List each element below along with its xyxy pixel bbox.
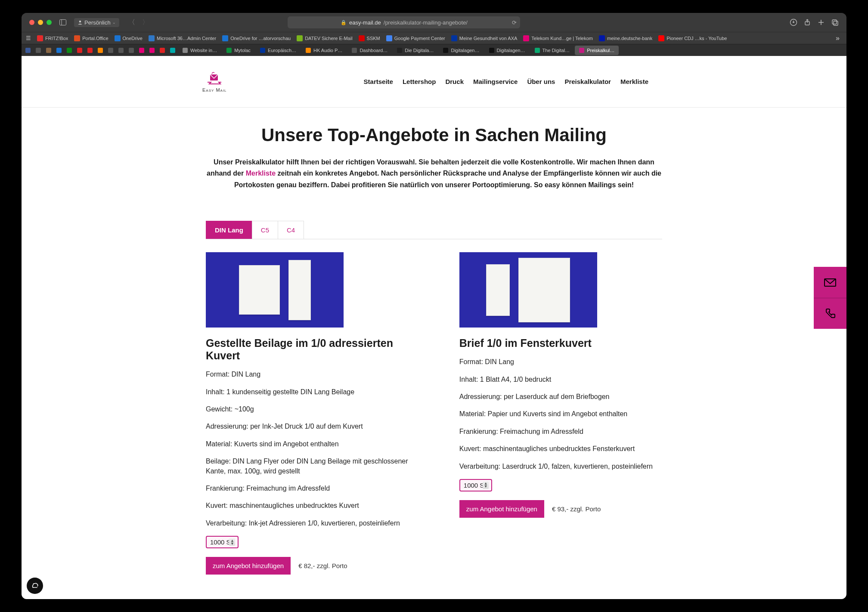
favorite-item[interactable]: Telekom Kund…ge | Telekom: [523, 35, 593, 41]
tabs-overview-icon[interactable]: [831, 19, 839, 26]
nav-link[interactable]: Merkliste: [620, 78, 648, 85]
favorite-item[interactable]: FRITZ!Box: [37, 35, 68, 41]
browser-tab[interactable]: Preiskalkul…: [575, 46, 619, 55]
quantity-select[interactable]: 1000 St.▲▼: [206, 536, 239, 548]
pinned-tab[interactable]: [137, 46, 146, 55]
browser-tab[interactable]: HK Audio P…: [301, 46, 347, 55]
pinned-tab[interactable]: [44, 46, 53, 55]
favorite-item[interactable]: OneDrive: [115, 35, 143, 41]
reload-icon[interactable]: ⟳: [512, 19, 517, 26]
intro-part: Unser: [214, 158, 235, 166]
product-spec: Format: DIN Lang: [206, 370, 425, 379]
titlebar: Persönlich ⌄ 〈 〉 🔒 easy-mail.de/preiskal…: [22, 13, 846, 32]
favorite-label: Meine Gesundheit von AXA: [459, 36, 518, 41]
nav-link[interactable]: Über uns: [527, 78, 555, 85]
browser-tab[interactable]: Die Digitala…: [393, 46, 438, 55]
favorite-item[interactable]: Pioneer CDJ …ks - YouTube: [658, 35, 727, 41]
tab-label: Mytolac: [234, 48, 251, 53]
product-price: € 93,- zzgl. Porto: [552, 505, 601, 513]
favorite-item[interactable]: meine.deutsche-bank: [599, 35, 652, 41]
page-headline: Unsere Top-Angebote in Sachen Mailing: [22, 125, 846, 145]
pinned-tab[interactable]: [54, 46, 64, 55]
browser-tab[interactable]: Website in…: [178, 46, 221, 55]
svg-rect-5: [832, 20, 837, 24]
favorites-menu-icon[interactable]: ☰: [26, 35, 31, 41]
pinned-tab[interactable]: [34, 46, 43, 55]
favorite-label: SSKM: [367, 36, 380, 41]
favorite-item[interactable]: SSKM: [359, 35, 380, 41]
pinned-tab[interactable]: [106, 46, 115, 55]
product-spec: Verarbeitung: Laserdruck 1/0, falzen, ku…: [459, 462, 679, 471]
contact-email-button[interactable]: [814, 267, 846, 298]
pinned-tab[interactable]: [85, 46, 95, 55]
nav-link[interactable]: Druck: [445, 78, 464, 85]
maximize-window[interactable]: [46, 20, 52, 25]
intro-text: Unser Preiskalkulator hilft Ihnen bei de…: [206, 157, 662, 191]
sidebar-toggle-icon[interactable]: [56, 18, 70, 27]
close-window[interactable]: [29, 20, 34, 25]
browser-tab[interactable]: Digitalagen…: [485, 46, 530, 55]
favorite-item[interactable]: OneDrive for …atorvorschau: [222, 35, 291, 41]
format-tab[interactable]: DIN Lang: [206, 221, 252, 239]
format-tabs: DIN LangC5C4: [206, 221, 662, 239]
favorite-label: Google Payment Center: [394, 36, 445, 41]
add-to-offer-button[interactable]: zum Angebot hinzufügen: [206, 557, 291, 575]
url-bar[interactable]: 🔒 easy-mail.de/preiskalkulator-mailing-a…: [288, 16, 520, 28]
tab-label: The Digital…: [542, 48, 570, 53]
pinned-tab[interactable]: [96, 46, 105, 55]
pinned-tab[interactable]: [116, 46, 126, 55]
product-spec: Gewicht: ~100g: [206, 405, 425, 414]
tab-label: Digitalagen…: [451, 48, 479, 53]
profile-button[interactable]: Persönlich ⌄: [74, 18, 119, 27]
browser-tab[interactable]: Europäisch…: [256, 46, 301, 55]
product-spec: Inhalt: 1 kundenseitig gestellte DIN Lan…: [206, 387, 425, 397]
browser-tab[interactable]: Digitalagen…: [439, 46, 484, 55]
stepper-icon: ▲▼: [484, 482, 488, 488]
pinned-tab[interactable]: [168, 46, 177, 55]
nav-link[interactable]: Preiskalkulator: [564, 78, 611, 85]
tab-label: Dashboard…: [360, 48, 388, 53]
browser-tab[interactable]: Dashboard…: [347, 46, 392, 55]
pinned-tab[interactable]: [23, 46, 33, 55]
favorite-item[interactable]: Portal.Office: [74, 35, 108, 41]
merkliste-link[interactable]: Merkliste: [246, 170, 276, 177]
pinned-tab[interactable]: [65, 46, 74, 55]
browser-tab[interactable]: The Digital…: [530, 46, 574, 55]
favorites-overflow[interactable]: »: [833, 34, 842, 42]
product-spec: Material: Kuverts sind im Angebot enthal…: [206, 439, 425, 449]
nav-link[interactable]: Lettershop: [403, 78, 436, 85]
cookie-settings-button[interactable]: [27, 578, 43, 594]
quantity-select[interactable]: 1000 St.▲▼: [459, 479, 492, 491]
back-button[interactable]: 〈: [126, 17, 137, 28]
action-row: zum Angebot hinzufügen€ 93,- zzgl. Porto: [459, 500, 679, 518]
format-tab[interactable]: C5: [252, 221, 278, 239]
nav-link[interactable]: Mailingservice: [473, 78, 518, 85]
browser-tab[interactable]: Mytolac: [222, 46, 255, 55]
lock-icon: 🔒: [341, 20, 347, 25]
site-logo[interactable]: Easy Mail: [202, 71, 227, 93]
url-path: /preiskalkulator-mailing-angebote/: [384, 19, 468, 26]
product-spec: Material: Papier und Kuverts sind im Ang…: [459, 409, 679, 419]
favorite-label: Telekom Kund…ge | Telekom: [531, 36, 593, 41]
pinned-tab[interactable]: [158, 46, 167, 55]
downloads-icon[interactable]: [790, 19, 797, 26]
favorite-item[interactable]: Microsoft 36…Admin Center: [149, 35, 216, 41]
nav-link[interactable]: Startseite: [364, 78, 393, 85]
tab-label: Preiskalkul…: [587, 48, 614, 53]
favorite-item[interactable]: Google Payment Center: [386, 35, 445, 41]
tab-label: Website in…: [190, 48, 217, 53]
favorite-item[interactable]: Meine Gesundheit von AXA: [451, 35, 518, 41]
share-icon[interactable]: [803, 19, 811, 26]
svg-rect-6: [834, 21, 838, 25]
pinned-tab[interactable]: [147, 46, 157, 55]
new-tab-icon[interactable]: [817, 19, 825, 26]
add-to-offer-button[interactable]: zum Angebot hinzufügen: [459, 500, 544, 518]
pinned-tab[interactable]: [75, 46, 84, 55]
favorite-item[interactable]: DATEV Sichere E-Mail: [297, 35, 352, 41]
contact-phone-button[interactable]: [814, 298, 846, 329]
minimize-window[interactable]: [38, 20, 43, 25]
format-tab[interactable]: C4: [278, 221, 304, 239]
forward-button[interactable]: 〉: [140, 17, 151, 28]
svg-rect-0: [60, 20, 66, 25]
pinned-tab[interactable]: [127, 46, 136, 55]
